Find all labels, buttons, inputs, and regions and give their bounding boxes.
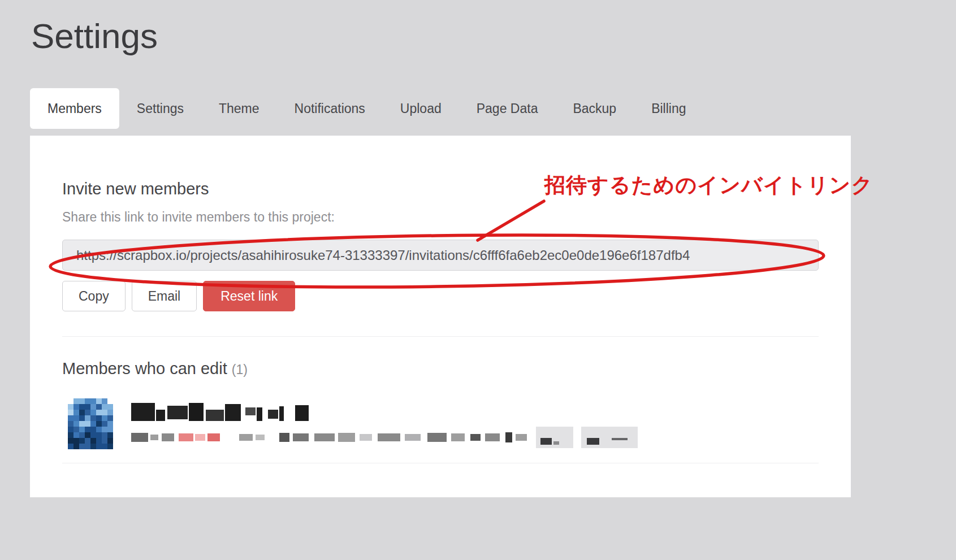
copy-button[interactable]: Copy (62, 281, 126, 311)
invite-description: Share this link to invite members to thi… (62, 210, 819, 225)
member-action-button-1[interactable] (536, 427, 573, 448)
members-heading-text: Members who can edit (62, 359, 227, 377)
invite-actions: Copy Email Reset link (62, 281, 819, 311)
redacted-member-details (131, 427, 638, 448)
members-heading: Members who can edit(1) (62, 359, 819, 378)
members-count: (1) (232, 362, 248, 377)
tab-notifications[interactable]: Notifications (277, 88, 383, 129)
settings-tab-bar: Members Settings Theme Notifications Upl… (30, 88, 956, 129)
settings-page: Settings Members Settings Theme Notifica… (0, 0, 956, 560)
tab-members[interactable]: Members (30, 88, 119, 129)
tab-page-data[interactable]: Page Data (459, 88, 556, 129)
member-list-item (62, 398, 819, 463)
tab-backup[interactable]: Backup (555, 88, 634, 129)
tab-theme[interactable]: Theme (201, 88, 277, 129)
page-title: Settings (0, 0, 956, 56)
redacted-member-name (131, 401, 638, 421)
section-divider (62, 336, 819, 337)
invite-link-input[interactable] (62, 240, 819, 271)
member-info (131, 398, 638, 448)
tab-billing[interactable]: Billing (634, 88, 703, 129)
reset-link-button[interactable]: Reset link (203, 281, 295, 311)
member-avatar (68, 398, 113, 449)
member-action-button-2[interactable] (581, 427, 638, 448)
annotation-text: 招待するためのインバイトリンク (544, 171, 873, 199)
tab-upload[interactable]: Upload (383, 88, 459, 129)
tab-settings[interactable]: Settings (119, 88, 201, 129)
email-button[interactable]: Email (132, 281, 197, 311)
